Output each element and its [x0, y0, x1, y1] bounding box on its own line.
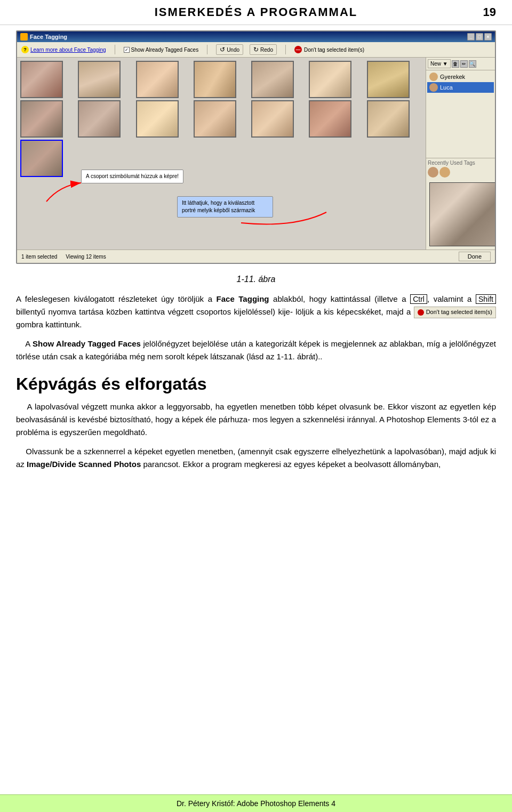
redo-icon: ↻ [253, 46, 259, 53]
photo-thumb-selected[interactable] [20, 140, 63, 177]
figure-caption: 1-11. ábra [0, 275, 512, 284]
show-tagged-checkbox-item[interactable]: ✓ Show Already Tagged Faces [124, 47, 199, 53]
done-button[interactable]: Done [459, 252, 491, 261]
dont-tag-icon: — [294, 46, 302, 53]
photo-thumb-11[interactable] [194, 100, 236, 138]
photo-thumb-6[interactable] [309, 61, 351, 98]
redo-button[interactable]: ↻ Redo [250, 44, 277, 55]
photo-thumb-9[interactable] [78, 100, 121, 138]
items-selected-status: 1 item selected [21, 254, 57, 260]
toolbar-separator-1 [115, 45, 115, 54]
right-panel-toolbar: New ▼ 🗑 ✏ 🔍 [426, 58, 495, 70]
titlebar-left: Face Tagging [20, 33, 67, 41]
status-left: 1 item selected Viewing 12 items [21, 254, 106, 260]
undo-label: Undo [227, 47, 239, 53]
paragraph-1: A feleslegesen kiválogatott részleteket … [16, 293, 496, 331]
image-divide-bold: Image/Divide Scanned Photos [27, 460, 141, 469]
shift-key: Shift [476, 294, 496, 304]
find-tag-button[interactable]: 🔍 [469, 60, 476, 68]
photo-thumb-1[interactable] [20, 61, 63, 98]
window-title: Face Tagging [30, 34, 67, 40]
undo-icon: ↺ [220, 46, 225, 53]
recent-icon-2 [439, 167, 450, 178]
section-paragraph-1: A lapolvasóval végzett munka akkor a leg… [16, 400, 496, 439]
page-footer: Dr. Pétery Kristóf: Adobe Photoshop Elem… [0, 794, 512, 812]
photo-thumb-3[interactable] [136, 61, 179, 98]
big-photo-content [430, 183, 496, 246]
face-tagging-bold: Face Tagging [217, 294, 269, 303]
tag-icon-luca [429, 83, 438, 92]
viewing-status: Viewing 12 items [66, 254, 106, 260]
tag-item-gyerekek[interactable]: Gyerekek [427, 71, 494, 82]
recently-used-title: Recently Used Tags [428, 160, 493, 166]
new-tag-button[interactable]: New ▼ [428, 59, 451, 68]
photo-thumb-8[interactable] [20, 100, 63, 138]
dont-tag-button[interactable]: — Don't tag selected item(s) [294, 46, 364, 53]
page-number: 19 [475, 5, 496, 19]
dont-tag-label: Don't tag selected item(s) [304, 47, 364, 53]
right-panel: New ▼ 🗑 ✏ 🔍 Gyerekek Luca [426, 58, 495, 250]
callout-portrait-source: Itt láthatjuk, hogy a kiválasztott portr… [177, 196, 273, 218]
close-button[interactable]: × [484, 33, 492, 41]
tag-label-luca: Luca [440, 84, 453, 91]
page-header: ISMERKEDÉS A PROGRAMMAL 19 [0, 0, 512, 25]
photo-thumb-7[interactable] [367, 61, 410, 98]
ctrl-key: Ctrl [410, 294, 427, 304]
edit-tag-button[interactable]: ✏ [460, 60, 468, 68]
tags-list[interactable]: Gyerekek Luca [426, 70, 495, 158]
photo-grid-area[interactable]: A csoport szimbólumát húzzuk a képre! [17, 58, 426, 250]
photo-thumb-5[interactable] [251, 61, 294, 98]
show-already-bold: Show Already Tagged Faces [33, 339, 141, 348]
learn-more-link[interactable]: ? Learn more about Face Tagging [21, 46, 106, 53]
inline-stop-icon [418, 309, 424, 316]
delete-tag-button[interactable]: 🗑 [452, 60, 459, 68]
toolbar-separator-2 [207, 45, 207, 54]
tag-icon-gyerekek [429, 73, 438, 81]
window-content: A csoport szimbólumát húzzuk a képre! [17, 58, 495, 250]
show-tagged-checkbox[interactable]: ✓ [124, 47, 130, 53]
tag-label-gyerekek: Gyerekek [440, 74, 465, 80]
titlebar-controls[interactable]: _ □ × [467, 33, 492, 41]
new-tag-label: New ▼ [430, 61, 448, 67]
section-heading: Képvágás és elforgatás [16, 374, 496, 394]
window-toolbar: ? Learn more about Face Tagging ✓ Show A… [17, 42, 495, 58]
tag-item-luca[interactable]: Luca [427, 82, 494, 93]
photo-thumb-13[interactable] [309, 100, 351, 138]
callout-drag-symbol: A csoport szimbólumát húzzuk a képre! [81, 170, 183, 183]
window-titlebar: Face Tagging _ □ × [17, 31, 495, 42]
undo-button[interactable]: ↺ Undo [216, 44, 243, 55]
window-statusbar: 1 item selected Viewing 12 items Done [17, 250, 495, 263]
photo-thumb-12[interactable] [251, 100, 294, 138]
recent-icon-1 [428, 167, 438, 178]
toolbar-separator-3 [285, 45, 286, 54]
window-icon [20, 33, 28, 41]
photo-thumb-4[interactable] [194, 61, 236, 98]
recently-used-icons [428, 167, 493, 178]
chapter-title: ISMERKEDÉS A PROGRAMMAL [37, 5, 475, 19]
show-tagged-label: Show Already Tagged Faces [131, 47, 199, 53]
section-paragraph-2: Olvassunk be a szkennerrel a képeket egy… [16, 445, 496, 471]
help-icon: ? [21, 46, 29, 53]
photo-thumb-2[interactable] [78, 61, 121, 98]
photo-grid [20, 61, 422, 177]
dont-tag-inline-button: Don't tag selected item(s) [414, 307, 496, 318]
maximize-button[interactable]: □ [476, 33, 483, 41]
learn-more-anchor[interactable]: Learn more about Face Tagging [30, 47, 106, 53]
big-photo-display [429, 182, 496, 246]
paragraph-2: A Show Already Tagged Faces jelölőnégyze… [16, 337, 496, 363]
minimize-button[interactable]: _ [467, 33, 475, 41]
photo-thumb-10[interactable] [136, 100, 179, 138]
recently-used-section: Recently Used Tags [426, 158, 495, 179]
photo-thumb-14[interactable] [367, 100, 410, 138]
redo-label: Redo [260, 47, 273, 53]
face-tagging-window: Face Tagging _ □ × ? Learn more about Fa… [16, 30, 496, 264]
footer-text: Dr. Pétery Kristóf: Adobe Photoshop Elem… [177, 799, 335, 808]
